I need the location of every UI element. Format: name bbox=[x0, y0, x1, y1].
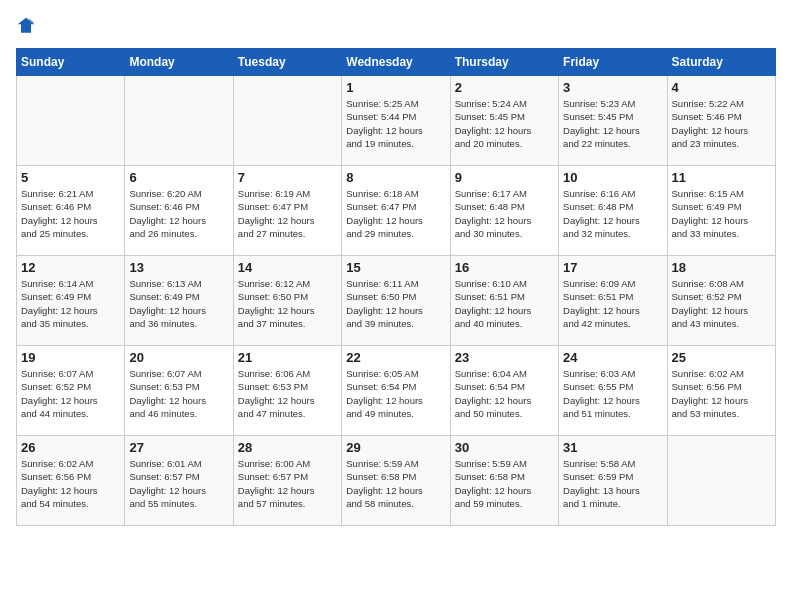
empty-cell bbox=[17, 76, 125, 166]
calendar-header: SundayMondayTuesdayWednesdayThursdayFrid… bbox=[17, 49, 776, 76]
day-info: Sunrise: 5:59 AM Sunset: 6:58 PM Dayligh… bbox=[455, 457, 554, 510]
day-info: Sunrise: 6:07 AM Sunset: 6:53 PM Dayligh… bbox=[129, 367, 228, 420]
day-info: Sunrise: 6:17 AM Sunset: 6:48 PM Dayligh… bbox=[455, 187, 554, 240]
day-number: 2 bbox=[455, 80, 554, 95]
day-info: Sunrise: 6:05 AM Sunset: 6:54 PM Dayligh… bbox=[346, 367, 445, 420]
day-number: 18 bbox=[672, 260, 771, 275]
week-row-4: 19Sunrise: 6:07 AM Sunset: 6:52 PM Dayli… bbox=[17, 346, 776, 436]
day-info: Sunrise: 6:04 AM Sunset: 6:54 PM Dayligh… bbox=[455, 367, 554, 420]
day-number: 19 bbox=[21, 350, 120, 365]
day-number: 17 bbox=[563, 260, 662, 275]
weekday-header-saturday: Saturday bbox=[667, 49, 775, 76]
day-cell-5: 5Sunrise: 6:21 AM Sunset: 6:46 PM Daylig… bbox=[17, 166, 125, 256]
day-cell-7: 7Sunrise: 6:19 AM Sunset: 6:47 PM Daylig… bbox=[233, 166, 341, 256]
day-cell-19: 19Sunrise: 6:07 AM Sunset: 6:52 PM Dayli… bbox=[17, 346, 125, 436]
day-info: Sunrise: 6:02 AM Sunset: 6:56 PM Dayligh… bbox=[21, 457, 120, 510]
day-number: 3 bbox=[563, 80, 662, 95]
day-info: Sunrise: 6:16 AM Sunset: 6:48 PM Dayligh… bbox=[563, 187, 662, 240]
day-cell-1: 1Sunrise: 5:25 AM Sunset: 5:44 PM Daylig… bbox=[342, 76, 450, 166]
empty-cell bbox=[233, 76, 341, 166]
weekday-header-wednesday: Wednesday bbox=[342, 49, 450, 76]
day-info: Sunrise: 6:13 AM Sunset: 6:49 PM Dayligh… bbox=[129, 277, 228, 330]
day-number: 1 bbox=[346, 80, 445, 95]
day-info: Sunrise: 5:22 AM Sunset: 5:46 PM Dayligh… bbox=[672, 97, 771, 150]
day-cell-21: 21Sunrise: 6:06 AM Sunset: 6:53 PM Dayli… bbox=[233, 346, 341, 436]
weekday-header-monday: Monday bbox=[125, 49, 233, 76]
day-cell-4: 4Sunrise: 5:22 AM Sunset: 5:46 PM Daylig… bbox=[667, 76, 775, 166]
day-info: Sunrise: 6:12 AM Sunset: 6:50 PM Dayligh… bbox=[238, 277, 337, 330]
day-number: 6 bbox=[129, 170, 228, 185]
day-info: Sunrise: 6:09 AM Sunset: 6:51 PM Dayligh… bbox=[563, 277, 662, 330]
day-number: 7 bbox=[238, 170, 337, 185]
day-cell-20: 20Sunrise: 6:07 AM Sunset: 6:53 PM Dayli… bbox=[125, 346, 233, 436]
day-cell-27: 27Sunrise: 6:01 AM Sunset: 6:57 PM Dayli… bbox=[125, 436, 233, 526]
day-cell-26: 26Sunrise: 6:02 AM Sunset: 6:56 PM Dayli… bbox=[17, 436, 125, 526]
day-cell-8: 8Sunrise: 6:18 AM Sunset: 6:47 PM Daylig… bbox=[342, 166, 450, 256]
day-number: 23 bbox=[455, 350, 554, 365]
logo bbox=[16, 16, 40, 36]
empty-cell bbox=[125, 76, 233, 166]
day-info: Sunrise: 6:03 AM Sunset: 6:55 PM Dayligh… bbox=[563, 367, 662, 420]
day-info: Sunrise: 5:25 AM Sunset: 5:44 PM Dayligh… bbox=[346, 97, 445, 150]
day-cell-23: 23Sunrise: 6:04 AM Sunset: 6:54 PM Dayli… bbox=[450, 346, 558, 436]
day-number: 28 bbox=[238, 440, 337, 455]
day-cell-17: 17Sunrise: 6:09 AM Sunset: 6:51 PM Dayli… bbox=[559, 256, 667, 346]
day-cell-24: 24Sunrise: 6:03 AM Sunset: 6:55 PM Dayli… bbox=[559, 346, 667, 436]
day-cell-28: 28Sunrise: 6:00 AM Sunset: 6:57 PM Dayli… bbox=[233, 436, 341, 526]
day-cell-11: 11Sunrise: 6:15 AM Sunset: 6:49 PM Dayli… bbox=[667, 166, 775, 256]
logo-icon bbox=[16, 16, 36, 36]
day-number: 5 bbox=[21, 170, 120, 185]
weekday-header-friday: Friday bbox=[559, 49, 667, 76]
day-info: Sunrise: 6:07 AM Sunset: 6:52 PM Dayligh… bbox=[21, 367, 120, 420]
day-info: Sunrise: 5:24 AM Sunset: 5:45 PM Dayligh… bbox=[455, 97, 554, 150]
day-info: Sunrise: 5:23 AM Sunset: 5:45 PM Dayligh… bbox=[563, 97, 662, 150]
day-number: 25 bbox=[672, 350, 771, 365]
day-cell-29: 29Sunrise: 5:59 AM Sunset: 6:58 PM Dayli… bbox=[342, 436, 450, 526]
day-info: Sunrise: 6:08 AM Sunset: 6:52 PM Dayligh… bbox=[672, 277, 771, 330]
svg-marker-0 bbox=[18, 18, 35, 33]
day-cell-22: 22Sunrise: 6:05 AM Sunset: 6:54 PM Dayli… bbox=[342, 346, 450, 436]
calendar-body: 1Sunrise: 5:25 AM Sunset: 5:44 PM Daylig… bbox=[17, 76, 776, 526]
day-cell-16: 16Sunrise: 6:10 AM Sunset: 6:51 PM Dayli… bbox=[450, 256, 558, 346]
day-number: 12 bbox=[21, 260, 120, 275]
weekday-header-sunday: Sunday bbox=[17, 49, 125, 76]
day-cell-6: 6Sunrise: 6:20 AM Sunset: 6:46 PM Daylig… bbox=[125, 166, 233, 256]
day-number: 10 bbox=[563, 170, 662, 185]
day-number: 11 bbox=[672, 170, 771, 185]
day-cell-15: 15Sunrise: 6:11 AM Sunset: 6:50 PM Dayli… bbox=[342, 256, 450, 346]
day-number: 13 bbox=[129, 260, 228, 275]
day-number: 24 bbox=[563, 350, 662, 365]
day-info: Sunrise: 6:21 AM Sunset: 6:46 PM Dayligh… bbox=[21, 187, 120, 240]
day-number: 20 bbox=[129, 350, 228, 365]
page-header bbox=[16, 16, 776, 36]
empty-cell bbox=[667, 436, 775, 526]
day-cell-14: 14Sunrise: 6:12 AM Sunset: 6:50 PM Dayli… bbox=[233, 256, 341, 346]
day-cell-25: 25Sunrise: 6:02 AM Sunset: 6:56 PM Dayli… bbox=[667, 346, 775, 436]
day-number: 21 bbox=[238, 350, 337, 365]
day-number: 29 bbox=[346, 440, 445, 455]
day-number: 27 bbox=[129, 440, 228, 455]
day-info: Sunrise: 6:15 AM Sunset: 6:49 PM Dayligh… bbox=[672, 187, 771, 240]
day-cell-2: 2Sunrise: 5:24 AM Sunset: 5:45 PM Daylig… bbox=[450, 76, 558, 166]
week-row-5: 26Sunrise: 6:02 AM Sunset: 6:56 PM Dayli… bbox=[17, 436, 776, 526]
day-info: Sunrise: 6:20 AM Sunset: 6:46 PM Dayligh… bbox=[129, 187, 228, 240]
day-number: 15 bbox=[346, 260, 445, 275]
day-cell-9: 9Sunrise: 6:17 AM Sunset: 6:48 PM Daylig… bbox=[450, 166, 558, 256]
day-number: 8 bbox=[346, 170, 445, 185]
weekday-header-thursday: Thursday bbox=[450, 49, 558, 76]
day-number: 4 bbox=[672, 80, 771, 95]
day-number: 16 bbox=[455, 260, 554, 275]
day-cell-10: 10Sunrise: 6:16 AM Sunset: 6:48 PM Dayli… bbox=[559, 166, 667, 256]
day-info: Sunrise: 6:19 AM Sunset: 6:47 PM Dayligh… bbox=[238, 187, 337, 240]
calendar-table: SundayMondayTuesdayWednesdayThursdayFrid… bbox=[16, 48, 776, 526]
day-cell-13: 13Sunrise: 6:13 AM Sunset: 6:49 PM Dayli… bbox=[125, 256, 233, 346]
day-info: Sunrise: 6:10 AM Sunset: 6:51 PM Dayligh… bbox=[455, 277, 554, 330]
day-info: Sunrise: 5:58 AM Sunset: 6:59 PM Dayligh… bbox=[563, 457, 662, 510]
day-info: Sunrise: 6:11 AM Sunset: 6:50 PM Dayligh… bbox=[346, 277, 445, 330]
day-cell-12: 12Sunrise: 6:14 AM Sunset: 6:49 PM Dayli… bbox=[17, 256, 125, 346]
day-number: 31 bbox=[563, 440, 662, 455]
week-row-2: 5Sunrise: 6:21 AM Sunset: 6:46 PM Daylig… bbox=[17, 166, 776, 256]
day-number: 14 bbox=[238, 260, 337, 275]
day-info: Sunrise: 5:59 AM Sunset: 6:58 PM Dayligh… bbox=[346, 457, 445, 510]
day-number: 9 bbox=[455, 170, 554, 185]
